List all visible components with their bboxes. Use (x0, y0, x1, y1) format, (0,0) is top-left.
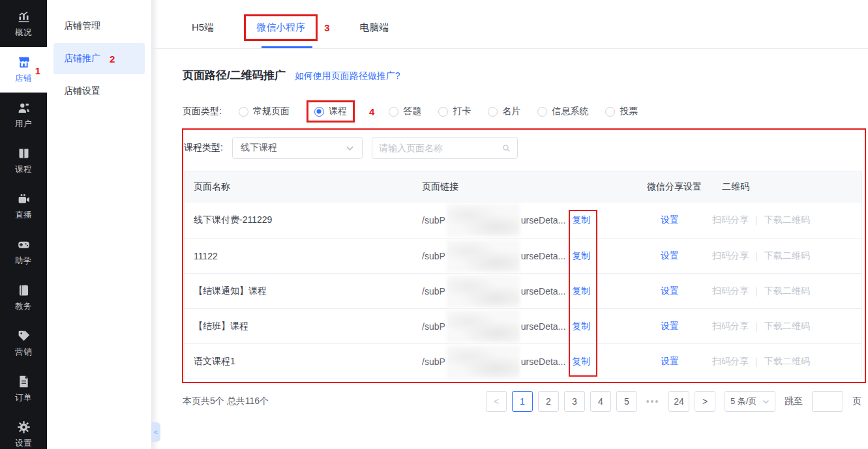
page-name: 【结课通知】课程 (185, 285, 412, 297)
download-qr-button[interactable]: 下载二维码 (764, 356, 810, 368)
chevron-down-icon (346, 144, 354, 152)
annotation-step-2: 2 (110, 53, 115, 65)
page-name: 【结班】课程 (185, 321, 412, 332)
submenu-item-shop-promotion[interactable]: 店铺推广 2 (53, 43, 145, 74)
download-qr-button[interactable]: 下载二维码 (764, 214, 810, 226)
copy-link-button[interactable]: 复制 (572, 214, 590, 226)
annotation-step-1: 1 (35, 65, 40, 76)
main-content: < H5端 微信小程序 3 电脑端 页面路径/二维码推广 如何使用页面路径做推广… (151, 0, 868, 449)
page-button-5[interactable]: 5 (616, 391, 637, 412)
page-size-select[interactable]: 5 条/页 (725, 391, 775, 412)
sidebar-item-study-aid[interactable]: 助学 (0, 229, 47, 275)
download-qr-button[interactable]: 下载二维码 (764, 321, 810, 332)
radio-checkin[interactable]: 打卡 (438, 106, 471, 117)
sidebar-item-overview[interactable]: 概况 (0, 1, 47, 47)
page-link-suffix: urseDeta... (521, 251, 565, 261)
radio-vote[interactable]: 投票 (605, 106, 638, 117)
scan-share-button[interactable]: 扫码分享 (712, 285, 749, 297)
tab-pc[interactable]: 电脑端 (360, 7, 389, 48)
table-footer: 本页共5个 总共116个 < 1 2 3 4 5 ••• 24 > 5 条/页 … (183, 391, 861, 412)
annotation-box-course-radio: 课程 (307, 100, 355, 123)
scan-share-button[interactable]: 扫码分享 (712, 250, 749, 262)
radio-icon (537, 107, 547, 117)
page-button-1[interactable]: 1 (512, 391, 533, 412)
chevron-down-icon (762, 398, 770, 405)
sidebar-item-label: 课程 (15, 164, 32, 175)
page-header: 页面路径/二维码推广 如何使用页面路径做推广? (183, 68, 400, 83)
tab-h5[interactable]: H5端 (192, 7, 214, 48)
course-icon (17, 147, 31, 160)
sidebar-item-courses[interactable]: 课程 (0, 138, 47, 184)
sidebar-item-label: 用户 (15, 119, 32, 130)
blurred-link-segment (447, 240, 520, 272)
action-divider: | (755, 321, 758, 332)
help-link[interactable]: 如何使用页面路径做推广? (295, 70, 400, 82)
share-settings-button[interactable]: 设置 (661, 356, 679, 366)
page-button-4[interactable]: 4 (590, 391, 611, 412)
radio-icon (389, 107, 398, 117)
page-button-24[interactable]: 24 (668, 391, 689, 412)
page-type-label: 页面类型: (183, 106, 222, 117)
copy-link-button[interactable]: 复制 (572, 321, 590, 332)
copy-link-button[interactable]: 复制 (572, 250, 590, 262)
radio-regular-page[interactable]: 常规页面 (239, 106, 290, 117)
page-ellipsis[interactable]: ••• (642, 391, 663, 412)
sidebar-item-marketing[interactable]: 营销 (0, 321, 47, 366)
page-title: 页面路径/二维码推广 (183, 68, 286, 83)
page-type-filter: 页面类型: 常规页面 课程 4 答题 打卡 名片 (183, 100, 638, 123)
page-name: 线下课付费-211229 (185, 214, 412, 226)
page-name: 语文课程1 (185, 356, 412, 368)
action-divider: | (755, 356, 758, 367)
radio-checked-icon (314, 107, 324, 117)
table-row: 11122 /subP urseDeta... 复制 设置 扫码分享 | 下载二… (185, 238, 861, 273)
radio-info-system[interactable]: 信息系统 (537, 106, 588, 117)
download-qr-button[interactable]: 下载二维码 (764, 250, 810, 262)
page-link-suffix: urseDeta... (521, 356, 565, 367)
sidebar-item-live[interactable]: 直播 (0, 184, 47, 229)
annotation-box-panel: 课程类型: 线下课程 页面名称 页面链接 微信分享设置 二维码 (182, 128, 866, 383)
search-input[interactable] (379, 143, 502, 153)
header-page-name: 页面名称 (185, 181, 412, 193)
scan-share-button[interactable]: 扫码分享 (712, 356, 749, 368)
submenu-item-shop-settings[interactable]: 店铺设置 (53, 76, 145, 107)
download-qr-button[interactable]: 下载二维码 (764, 285, 810, 297)
share-settings-button[interactable]: 设置 (661, 285, 679, 296)
copy-link-button[interactable]: 复制 (572, 285, 590, 297)
sidebar-item-orders[interactable]: 订单 (0, 366, 47, 412)
scan-share-button[interactable]: 扫码分享 (712, 214, 749, 226)
sidebar-item-settings[interactable]: 设置 (0, 412, 47, 449)
live-icon (17, 192, 31, 206)
radio-quiz[interactable]: 答题 (389, 106, 421, 117)
course-type-select[interactable]: 线下课程 (232, 137, 363, 159)
next-page-button[interactable]: > (695, 391, 715, 412)
sidebar-item-users[interactable]: 用户 (0, 93, 47, 138)
share-settings-button[interactable]: 设置 (661, 250, 679, 261)
sidebar-item-shop[interactable]: 店铺 1 (0, 47, 47, 93)
page-link-suffix: urseDeta... (521, 321, 565, 332)
page-link-prefix: /subP (422, 356, 445, 367)
scan-share-button[interactable]: 扫码分享 (712, 321, 749, 332)
users-icon (17, 101, 31, 115)
copy-link-button[interactable]: 复制 (572, 356, 590, 368)
share-settings-button[interactable]: 设置 (661, 214, 679, 225)
tab-wechat-miniprogram[interactable]: 微信小程序 3 (244, 7, 329, 48)
radio-course[interactable]: 课程 (314, 106, 347, 117)
share-settings-button[interactable]: 设置 (661, 321, 679, 331)
radio-business-card[interactable]: 名片 (488, 106, 520, 117)
course-type-label: 课程类型: (184, 142, 223, 154)
page-link-suffix: urseDeta... (521, 286, 565, 297)
page-link-suffix: urseDeta... (521, 215, 565, 225)
page-link-prefix: /subP (422, 286, 445, 297)
pages-table: 页面名称 页面链接 微信分享设置 二维码 线下课付费-211229 /subP … (184, 171, 862, 379)
page-button-3[interactable]: 3 (564, 391, 585, 412)
page-link-prefix: /subP (422, 215, 445, 225)
table-row: 语文课程1 /subP urseDeta... 复制 设置 扫码分享 | 下载二… (185, 343, 861, 379)
page-button-2[interactable]: 2 (538, 391, 559, 412)
sidebar-item-academic[interactable]: 教务 (0, 275, 47, 321)
jump-page-input[interactable] (812, 391, 843, 412)
submenu-item-shop-management[interactable]: 店铺管理 (53, 10, 145, 42)
page-link-prefix: /subP (422, 251, 445, 261)
prev-page-button[interactable]: < (486, 391, 507, 412)
course-filter-row: 课程类型: 线下课程 (184, 137, 518, 159)
sidebar-collapse-handle[interactable]: < (151, 422, 160, 442)
